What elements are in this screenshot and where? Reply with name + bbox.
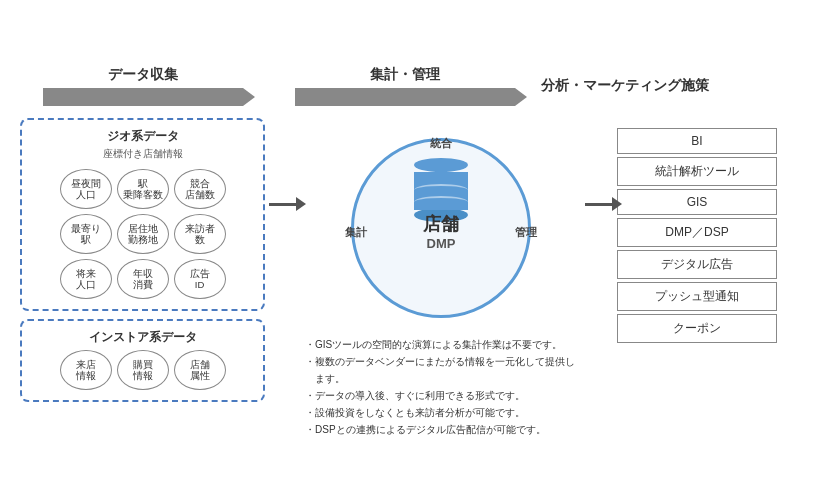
geo-title: ジオ系データ [30,128,255,145]
tool-bi: BI [617,128,777,154]
node-competitor: 競合店舗数 [174,169,226,209]
tools-list: BI 統計解析ツール GIS DMP／DSP デジタル広告 プッシュ型通知 クー… [617,128,777,343]
tool-digital-ad: デジタル広告 [617,250,777,279]
middle-column: 統合 集計 管理 店舗 [301,118,581,438]
node-store-attr: 店舗属性 [174,350,226,390]
ring-label-top: 統合 [430,136,452,151]
arrow-mid-right [585,118,613,206]
section-header-analyze: 分析・マーケティング施策 [545,77,705,95]
bullet-text: ・GISツールの空間的な演算による集計作業は不要です。 ・複数のデータベンダーに… [301,336,581,438]
bullet-4: ・設備投資をしなくとも来訪者分析が可能です。 [305,404,581,421]
instore-data-box: インストア系データ 来店情報 購買情報 店舗属性 [20,319,265,402]
arrow-collect [43,88,243,106]
left-column: ジオ系データ 座標付き店舗情報 昼夜間人口 駅乗降客数 競合店舗数 最寄り駅 居… [20,118,265,402]
section-title-manage: 集計・管理 [370,66,440,84]
section-title-analyze: 分析・マーケティング施策 [541,77,709,95]
geo-nodes-grid: 昼夜間人口 駅乗降客数 競合店舗数 最寄り駅 居住地勤務地 来訪者数 将来人口 … [30,167,255,301]
mid-arrow-line-2 [585,203,613,206]
main-container: データ収集 集計・管理 分析・マーケティング施策 ジオ系データ 座標付き店舗情報… [20,66,820,438]
dmp-diagram: 統合 集計 管理 店舗 [341,128,541,328]
node-nearest-station: 最寄り駅 [60,214,112,254]
tool-stats: 統計解析ツール [617,157,777,186]
node-future-pop: 将来人口 [60,259,112,299]
instore-nodes-grid: 来店情報 購買情報 店舗属性 [30,348,255,392]
node-ad-id: 広告ID [174,259,226,299]
bullet-3: ・データの導入後、すぐに利用できる形式です。 [305,387,581,404]
tool-dmp-dsp: DMP／DSP [617,218,777,247]
db-top [414,158,468,172]
ring-label-right: 管理 [515,225,537,240]
dmp-center-title: 店舗 [423,212,459,236]
node-visitors: 来訪者数 [174,214,226,254]
node-residence: 居住地勤務地 [117,214,169,254]
instore-title: インストア系データ [30,329,255,346]
node-visits: 来店情報 [60,350,112,390]
tool-gis: GIS [617,189,777,215]
node-purchase: 購買情報 [117,350,169,390]
bullet-2: ・複数のデータベンダーにまたがる情報を一元化して提供します。 [305,353,581,387]
section-title-collect: データ収集 [108,66,178,84]
ring-label-left: 集計 [345,225,367,240]
section-header-collect: データ収集 [20,66,265,106]
header-row: データ収集 集計・管理 分析・マーケティング施策 [20,66,820,106]
node-dayyapop: 昼夜間人口 [60,169,112,209]
arrow-left-mid [269,118,297,206]
geo-data-box: ジオ系データ 座標付き店舗情報 昼夜間人口 駅乗降客数 競合店舗数 最寄り駅 居… [20,118,265,311]
tool-push: プッシュ型通知 [617,282,777,311]
dmp-center: 店舗 DMP [423,212,459,251]
tool-coupon: クーポン [617,314,777,343]
section-header-manage: 集計・管理 [265,66,545,106]
content-row: ジオ系データ 座標付き店舗情報 昼夜間人口 駅乗降客数 競合店舗数 最寄り駅 居… [20,118,820,438]
db-body [414,172,468,210]
bullet-5: ・DSPとの連携によるデジタル広告配信が可能です。 [305,421,581,438]
geo-subtitle: 座標付き店舗情報 [30,147,255,161]
mid-arrow-line [269,203,297,206]
dmp-center-sub: DMP [423,236,459,251]
right-column: BI 統計解析ツール GIS DMP／DSP デジタル広告 プッシュ型通知 クー… [617,118,777,343]
arrow-manage [295,88,515,106]
node-station: 駅乗降客数 [117,169,169,209]
bullet-1: ・GISツールの空間的な演算による集計作業は不要です。 [305,336,581,353]
node-income: 年収消費 [117,259,169,299]
